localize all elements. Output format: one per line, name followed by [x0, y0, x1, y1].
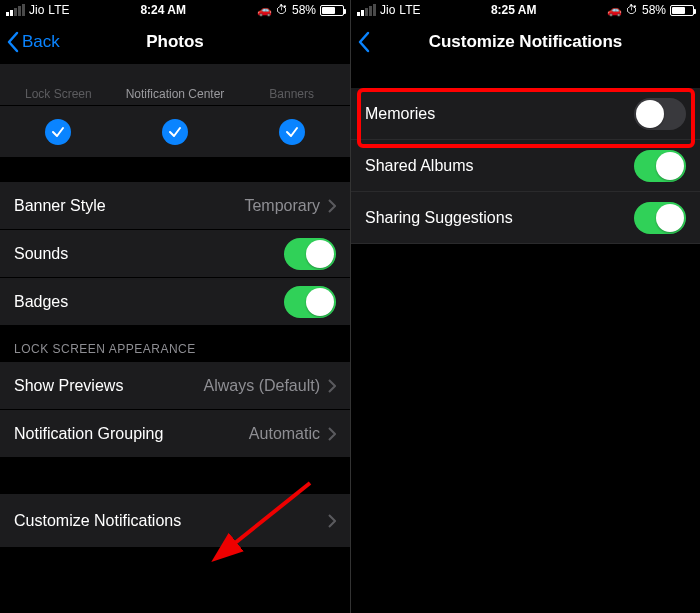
carplay-icon: 🚗 [607, 3, 622, 17]
battery-pct: 58% [642, 3, 666, 17]
battery-pct: 58% [292, 3, 316, 17]
row-notif-grouping[interactable]: Notification Grouping Automatic [0, 410, 350, 458]
section-header: LOCK SCREEN APPEARANCE [0, 326, 350, 362]
back-button[interactable]: Back [6, 20, 60, 64]
carrier: Jio [29, 3, 44, 17]
row-label: Customize Notifications [14, 512, 328, 530]
chevron-right-icon [328, 427, 336, 441]
row-value: Automatic [249, 425, 320, 443]
carrier: Jio [380, 3, 395, 17]
status-bar: Jio LTE 8:24 AM 🚗 ⏱ 58% [0, 0, 350, 20]
row-label: Sounds [14, 245, 284, 263]
row-label: Show Previews [14, 377, 204, 395]
alarm-icon: ⏱ [626, 3, 638, 17]
content-area: Memories Shared Albums Sharing Suggestio… [351, 88, 700, 244]
row-label: Notification Grouping [14, 425, 249, 443]
chevron-left-icon [357, 31, 371, 53]
page-title: Photos [146, 32, 204, 52]
alert-type-label: Notification Center [117, 87, 233, 101]
back-label: Back [22, 32, 60, 52]
row-customize-notifications[interactable]: Customize Notifications [0, 494, 350, 548]
alert-check-lockscreen[interactable] [45, 119, 71, 145]
row-banner-style[interactable]: Banner Style Temporary [0, 182, 350, 230]
nav-bar: Customize Notifications [351, 20, 700, 64]
row-label: Sharing Suggestions [365, 209, 634, 227]
network: LTE [48, 3, 69, 17]
chevron-right-icon [328, 199, 336, 213]
alert-type-label: Banners [234, 87, 350, 101]
battery-icon [320, 5, 344, 16]
row-badges: Badges [0, 278, 350, 326]
row-sounds: Sounds [0, 230, 350, 278]
toggle-sounds[interactable] [284, 238, 336, 270]
toggle-memories[interactable] [634, 98, 686, 130]
row-value: Always (Default) [204, 377, 320, 395]
row-show-previews[interactable]: Show Previews Always (Default) [0, 362, 350, 410]
row-memories: Memories [351, 88, 700, 140]
row-label: Memories [365, 105, 634, 123]
status-bar: Jio LTE 8:25 AM 🚗 ⏱ 58% [351, 0, 700, 20]
carplay-icon: 🚗 [257, 3, 272, 17]
nav-bar: Back Photos [0, 20, 350, 64]
toggle-shared-albums[interactable] [634, 150, 686, 182]
row-sharing-suggestions: Sharing Suggestions [351, 192, 700, 244]
page-title: Customize Notifications [429, 32, 623, 52]
signal-icon [6, 4, 25, 16]
alert-check-row [0, 106, 350, 158]
network: LTE [399, 3, 420, 17]
toggle-badges[interactable] [284, 286, 336, 318]
chevron-right-icon [328, 379, 336, 393]
row-label: Badges [14, 293, 284, 311]
row-value: Temporary [244, 197, 320, 215]
chevron-left-icon [6, 31, 20, 53]
right-screenshot: Jio LTE 8:25 AM 🚗 ⏱ 58% Customize Notifi… [350, 0, 700, 613]
battery-icon [670, 5, 694, 16]
row-label: Banner Style [14, 197, 244, 215]
row-shared-albums: Shared Albums [351, 140, 700, 192]
back-button[interactable] [357, 20, 371, 64]
alert-check-banners[interactable] [279, 119, 305, 145]
toggle-sharing-suggestions[interactable] [634, 202, 686, 234]
alarm-icon: ⏱ [276, 3, 288, 17]
status-time: 8:25 AM [491, 3, 537, 17]
status-time: 8:24 AM [140, 3, 186, 17]
alert-types-section: Lock Screen Notification Center Banners [0, 64, 350, 106]
alert-type-label: Lock Screen [1, 87, 117, 101]
alert-check-notifcenter[interactable] [162, 119, 188, 145]
signal-icon [357, 4, 376, 16]
row-label: Shared Albums [365, 157, 634, 175]
content-area: Lock Screen Notification Center Banners … [0, 64, 350, 548]
chevron-right-icon [328, 514, 336, 528]
left-screenshot: Jio LTE 8:24 AM 🚗 ⏱ 58% Back Photos Lock… [0, 0, 350, 613]
